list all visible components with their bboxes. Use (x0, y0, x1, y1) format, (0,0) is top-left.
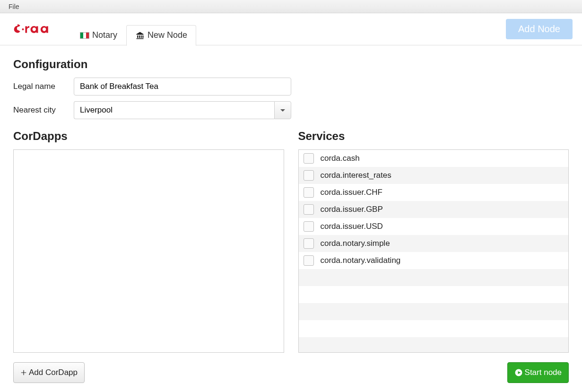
service-row[interactable]: corda.issuer.CHF (299, 184, 569, 201)
chevron-down-icon (280, 109, 285, 112)
nearest-city-label: Nearest city (13, 105, 74, 115)
service-checkbox[interactable] (304, 187, 314, 198)
service-label: corda.interest_rates (321, 171, 391, 180)
plus-icon (20, 369, 27, 376)
legal-name-input[interactable] (74, 78, 291, 96)
tab-notary[interactable]: Notary (71, 25, 126, 46)
italy-flag-icon (80, 32, 89, 39)
tab-new-node[interactable]: New Node (126, 25, 196, 46)
service-label: corda.issuer.CHF (321, 188, 382, 197)
add-cordapp-label: Add CorDapp (29, 368, 78, 377)
bank-icon (135, 31, 145, 40)
service-label: corda.notary.validating (321, 256, 401, 265)
service-checkbox[interactable] (304, 255, 314, 266)
service-label: corda.cash (321, 154, 360, 163)
service-label: corda.issuer.GBP (321, 205, 383, 214)
tab-notary-label: Notary (92, 30, 117, 40)
service-row[interactable]: corda.issuer.GBP (299, 201, 569, 218)
service-label: corda.issuer.USD (321, 222, 383, 231)
service-checkbox[interactable] (304, 153, 314, 164)
corda-logo (13, 24, 56, 35)
menu-file[interactable]: File (9, 3, 19, 10)
cordapps-heading: CorDapps (13, 130, 284, 143)
service-checkbox[interactable] (304, 221, 314, 232)
legal-name-label: Legal name (13, 82, 74, 91)
service-row (299, 286, 569, 303)
service-row[interactable]: corda.notary.validating (299, 252, 569, 269)
start-node-label: Start node (525, 368, 562, 377)
configuration-heading: Configuration (13, 58, 569, 71)
svg-point-0 (22, 28, 24, 30)
service-row[interactable]: corda.interest_rates (299, 167, 569, 184)
nearest-city-dropdown-button[interactable] (274, 101, 291, 119)
service-row (299, 337, 569, 353)
service-label: corda.notary.simple (321, 239, 390, 248)
tab-new-node-label: New Node (148, 30, 187, 40)
service-checkbox[interactable] (304, 170, 314, 181)
cordapps-list[interactable] (13, 149, 284, 353)
service-row[interactable]: corda.issuer.USD (299, 218, 569, 235)
nearest-city-select[interactable] (74, 101, 274, 119)
services-list[interactable]: corda.cashcorda.interest_ratescorda.issu… (298, 149, 569, 353)
service-row[interactable]: corda.cash (299, 150, 569, 167)
play-circle-icon (514, 368, 523, 377)
service-row (299, 269, 569, 286)
service-row[interactable]: corda.notary.simple (299, 235, 569, 252)
service-row (299, 320, 569, 337)
service-row (299, 303, 569, 320)
start-node-button[interactable]: Start node (507, 362, 569, 383)
services-heading: Services (298, 130, 569, 143)
add-cordapp-button[interactable]: Add CorDapp (13, 362, 85, 383)
add-node-button[interactable]: Add Node (506, 19, 573, 39)
service-checkbox[interactable] (304, 238, 314, 249)
service-checkbox[interactable] (304, 204, 314, 215)
